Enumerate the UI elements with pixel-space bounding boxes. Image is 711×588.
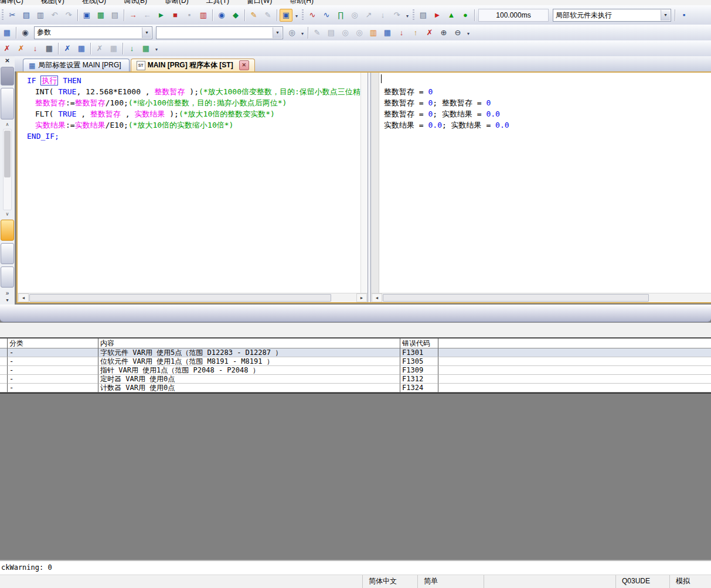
convert-check-icon[interactable]: ↓ [29,42,42,55]
monitor-panel[interactable]: 整数暂存 = 0整数暂存 = 0; 整数暂存 = 0整数暂存 = 0; 实数结果… [370,73,711,302]
table-row-content[interactable]: 字软元件 VAR用 使用5点（范围 D12283 - D12287 ） [98,348,400,357]
find-string-combo[interactable]: ▼ [156,26,283,39]
toolbar-overflow-button[interactable]: ▾ [153,42,160,55]
table-row-errorcode[interactable]: F1305 [400,357,438,366]
scroll-right-icon[interactable]: ► [356,293,367,302]
chevron-down-icon[interactable]: ▼ [142,28,151,38]
device-check-icon[interactable]: ✗ [61,42,74,55]
code-line-4[interactable]: FLT( TRUE , 整数暂存 , 实数结果 );(*放大10倍的整数变实数*… [27,108,361,119]
dock-button-active[interactable] [1,220,14,241]
tab-program-body[interactable]: STMAIN [PRG] 程序本体 [ST]✕ [131,59,255,71]
flow-check-icon[interactable]: ↓ [125,42,138,55]
menu-diagnostics[interactable]: 诊断(D) [156,0,198,5]
export-label-icon[interactable]: ↑ [409,26,422,39]
statement-edit-icon[interactable]: ✎ [247,9,260,22]
table-row-category[interactable]: - [8,375,98,384]
screen-find-icon[interactable]: ▦ [94,9,107,22]
warning-marker-icon[interactable]: ▲ [445,9,458,22]
zoom-in-icon[interactable]: ⊕ [437,26,450,39]
device-grid-icon[interactable]: ▦ [75,42,88,55]
close-icon[interactable]: ✕ [3,56,12,66]
zoom-out-icon[interactable]: ⊖ [451,26,464,39]
menu-tools[interactable]: 工具(T) [198,0,238,5]
monitor-line-4[interactable]: 实数结果 = 0.0; 实数结果 = 0.0 [384,119,711,131]
menu-debug[interactable]: 调试(B) [115,0,156,5]
table-row-content[interactable]: 定时器 VAR用 使用0点 [98,375,400,384]
chevron-down-icon[interactable]: ▼ [661,10,670,20]
code-line-1[interactable]: IF 执行 THEN [27,75,361,86]
menu-help[interactable]: 帮助(H) [281,0,322,5]
dock-scrollbar-thumb[interactable] [4,131,11,177]
scroll-down-icon[interactable]: ∨ [2,210,12,218]
menu-compile[interactable]: 编译(C) [0,0,32,5]
dock-expand-button[interactable]: » ▼ [1,289,13,305]
toolbar-overflow-button[interactable]: ▾ [404,9,411,22]
chevron-down-icon[interactable]: ▼ [273,28,282,38]
monitor-line-1[interactable]: 整数暂存 = 0 [384,86,711,97]
table-row-category[interactable]: - [8,384,98,392]
dock-scrollbar[interactable] [3,129,12,210]
table-row-content[interactable]: 计数器 VAR用 使用0点 [98,384,400,392]
trace-wave-icon[interactable]: ∿ [306,9,319,22]
code-line-3[interactable]: 整数暂存:=整数暂存/100;(*缩小100倍整数，目的:抛弃小数点后两位*) [27,97,361,108]
table-row-content[interactable]: 指针 VAR用 使用1点（范围 P2048 - P2048 ） [98,366,400,375]
table-row-content[interactable]: 位软元件 VAR用 使用1点（范围 M8191 - M8191 ） [98,357,400,366]
device-memory-icon[interactable]: ▪ [678,9,690,22]
monitor-horizontal-scrollbar[interactable]: ◄ [371,293,711,302]
paste-icon[interactable]: ▥ [34,9,47,22]
label-clipboard-icon[interactable]: ▥ [367,26,380,39]
find-icon[interactable]: ◉ [19,26,32,39]
watch-window-icon[interactable]: ▤ [417,9,430,22]
table-row-errorcode[interactable]: F1309 [400,366,438,375]
table-row-errorcode[interactable]: F1312 [400,375,438,384]
program-check-1-icon[interactable]: ✗ [1,42,13,55]
menu-online[interactable]: 在线(O) [73,0,115,5]
scroll-left-icon[interactable]: ◄ [372,293,382,302]
tab-local-label[interactable]: ▦局部标签设置 MAIN [PRG] [23,59,130,71]
table-row-errorcode[interactable]: F1324 [400,384,438,392]
import-label-icon[interactable]: ↓ [395,26,408,39]
device-watch-icon[interactable]: ◉ [215,9,228,22]
table-row-category[interactable]: - [8,357,98,366]
display-window-icon[interactable]: ▦ [1,26,13,39]
toolbar-overflow-button[interactable]: ▾ [299,26,306,39]
monitor-line-3[interactable]: 整数暂存 = 0; 实数结果 = 0.0 [384,108,711,119]
scroll-left-icon[interactable]: ◄ [18,293,29,302]
convert-grid-icon[interactable]: ▦ [43,42,56,55]
dock-button-2[interactable] [1,88,14,119]
table-row-errorcode[interactable]: F1301 [400,348,438,357]
tab-close-button[interactable]: ✕ [239,60,249,70]
monitor-write-icon[interactable]: ▥ [197,9,210,22]
write-to-plc-icon[interactable]: → [127,9,140,22]
find-target-combo[interactable]: 参数▼ [34,26,152,39]
device-exec-mode-dropdown[interactable]: 局部软元件未执行 ▼ [553,9,671,22]
comment-find-icon[interactable]: ▤ [108,9,121,22]
code-horizontal-scrollbar[interactable]: ◄ ► [18,293,368,302]
device-find-icon[interactable]: ▣ [80,9,93,22]
table-row-category[interactable]: - [8,366,98,375]
menu-view[interactable]: 视图(V) [32,0,73,5]
toolbar-overflow-button[interactable]: ▾ [293,9,300,22]
monitor-mode-icon[interactable]: ▣ [280,9,292,22]
code-line-2[interactable]: INT( TRUE, 12.568*E1000 , 整数暂存 );(*放大100… [27,86,361,97]
device-test-icon[interactable]: ◆ [229,9,242,22]
monitor-line-2[interactable]: 整数暂存 = 0; 整数暂存 = 0 [384,97,711,108]
cut-icon[interactable]: ✂ [6,9,19,22]
monitor-stop-icon[interactable]: ■ [169,9,182,22]
scrollbar-thumb[interactable] [29,294,331,302]
label-delete-icon[interactable]: ✗ [423,26,436,39]
code-line-6[interactable]: END_IF; [27,131,361,142]
st-code-panel[interactable]: IF 执行 THENINT( TRUE, 12.568*E1000 , 整数暂存… [18,73,368,302]
code-vertical-scrollbar[interactable] [360,73,368,293]
trace-pulse-icon[interactable]: ∏ [334,9,347,22]
scrollbar-thumb[interactable] [383,294,649,302]
flow-grid-icon[interactable]: ▦ [140,42,152,55]
program-check-2-icon[interactable]: ✗ [15,42,28,55]
dock-button-1[interactable] [1,67,14,86]
trace-register-icon[interactable]: ∿ [320,9,333,22]
toolbar-overflow-button[interactable]: ▾ [465,26,472,39]
dock-button-3[interactable] [1,243,14,264]
run-marker-icon[interactable]: ► [431,9,444,22]
code-line-5[interactable]: 实数结果:=实数结果/E10;(*放大10倍的实数缩小10倍*) [27,119,361,131]
label-il-view-icon[interactable]: ▦ [381,26,394,39]
